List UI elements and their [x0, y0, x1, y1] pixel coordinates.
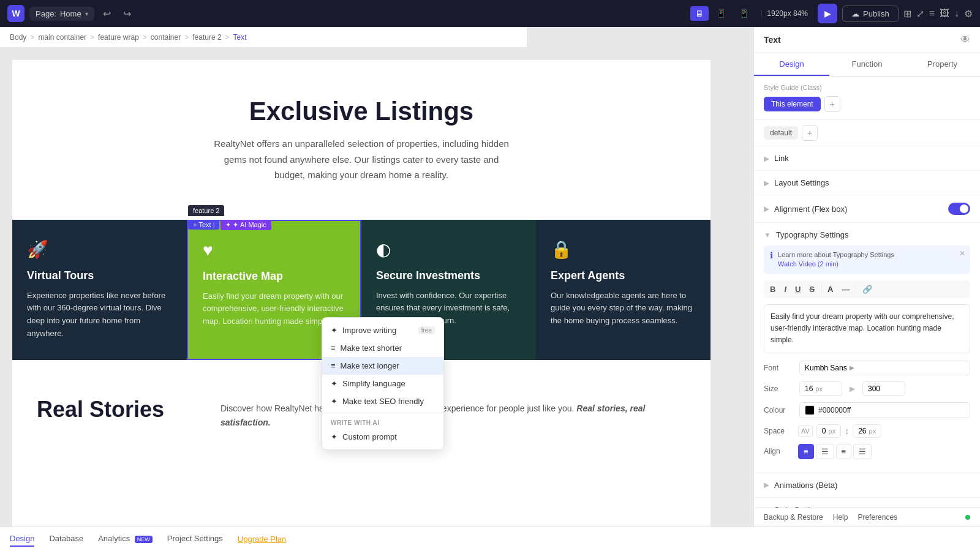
panel-body: Style Guide (Class) This element + defau…: [754, 77, 980, 508]
alignment-section[interactable]: ▶ Alignment (Flex box): [754, 195, 980, 223]
visibility-icon[interactable]: 👁: [960, 34, 970, 45]
settings-gear-icon[interactable]: ⚙: [964, 8, 973, 20]
watch-video-link[interactable]: Watch Video (2 min): [778, 260, 839, 268]
panel-footer: Backup & Restore Help Preferences: [754, 508, 980, 527]
space-vertical-input[interactable]: 26 px: [853, 424, 881, 438]
size-row: Size 16 px ▶ 300: [764, 381, 970, 396]
link-format-button[interactable]: 🔗: [859, 283, 876, 296]
link-label: Link: [774, 154, 970, 163]
format-separator1: [821, 284, 821, 294]
resolution-display: 1920px 84%: [761, 9, 813, 18]
publish-button[interactable]: ☁ Publish: [842, 6, 899, 22]
ai-dropdown: ✦ Improve writing free ≡ Make text short…: [322, 317, 444, 450]
simplify-language-item[interactable]: ✦ Simplify language: [322, 375, 443, 392]
text-color-button[interactable]: A: [824, 283, 837, 296]
breadcrumb-feature-wrap[interactable]: feature wrap: [98, 33, 139, 42]
feature-card-expert-agents[interactable]: 🔒 Expert Agents Our knowledgeable agents…: [536, 220, 710, 360]
size-value: 16: [805, 384, 813, 393]
breadcrumb-body[interactable]: Body: [10, 33, 26, 42]
seo-friendly-label: Make text SEO friendly: [342, 397, 424, 406]
grid-icon[interactable]: ⊞: [903, 8, 911, 20]
align-center-button[interactable]: ☰: [816, 444, 834, 459]
align-right-button[interactable]: ≡: [836, 444, 852, 459]
underline-button[interactable]: U: [791, 283, 804, 296]
publish-icon: ☁: [851, 9, 859, 18]
expand-icon[interactable]: ⤢: [916, 8, 924, 20]
breadcrumb-feature2[interactable]: feature 2: [192, 33, 221, 42]
space-row: Space AV 0 px ↕ 26 px: [764, 424, 970, 438]
make-longer-icon: ≡: [331, 361, 336, 370]
style-settings-section[interactable]: ▶ Style Settings: [754, 498, 980, 508]
canvas-content: Exclusive Listings RealtyNet offers an u…: [12, 60, 710, 527]
ai-magic-btn[interactable]: ✦ ✦ AI Magic: [221, 220, 271, 230]
tab-property[interactable]: Property: [905, 53, 980, 76]
virtual-tours-title: Virtual Tours: [27, 269, 172, 282]
align-justify-button[interactable]: ☰: [853, 444, 872, 459]
desktop-device-button[interactable]: 🖥: [690, 6, 709, 21]
help-link[interactable]: Help: [833, 513, 848, 522]
default-class-button[interactable]: default: [764, 126, 798, 140]
bottom-tab-database[interactable]: Database: [49, 531, 83, 547]
layers-icon[interactable]: ≡: [929, 8, 935, 19]
bold-button[interactable]: B: [766, 283, 779, 296]
layout-settings-section[interactable]: ▶ Layout Settings: [754, 171, 980, 195]
page-selector[interactable]: Page: Home ▾: [29, 7, 94, 21]
custom-prompt-item[interactable]: ✦ Custom prompt: [322, 428, 443, 446]
colour-picker[interactable]: #000000ff: [799, 402, 970, 418]
tab-function[interactable]: Function: [829, 53, 905, 76]
device-buttons: 🖥 📱 📱: [690, 6, 754, 21]
upgrade-plan-link[interactable]: Upgrade Plan: [238, 534, 287, 544]
space-horizontal-input[interactable]: 0 px: [816, 424, 841, 438]
add-class-button[interactable]: +: [824, 96, 840, 112]
link-section[interactable]: ▶ Link: [754, 146, 980, 171]
improve-writing-item[interactable]: ✦ Improve writing free: [322, 321, 443, 339]
tablet-device-button[interactable]: 📱: [711, 6, 731, 21]
align-left-button[interactable]: ≡: [798, 444, 814, 459]
animations-section[interactable]: ▶ Animations (Beta): [754, 473, 980, 498]
text-toolbar-btn[interactable]: + Text |: [188, 220, 219, 230]
make-seo-friendly-item[interactable]: ✦ Make text SEO friendly: [322, 392, 443, 410]
make-text-longer-item[interactable]: ≡ Make text longer: [322, 357, 443, 375]
breadcrumb-sep2: >: [90, 33, 94, 42]
backup-restore-link[interactable]: Backup & Restore: [764, 513, 823, 522]
real-stories-body: Discover how RealtyNet has transformed t…: [221, 397, 686, 431]
typography-header[interactable]: ▼ Typography Settings: [764, 230, 970, 239]
publish-label: Publish: [863, 9, 889, 18]
make-text-shorter-item[interactable]: ≡ Make text shorter: [322, 339, 443, 357]
weight-input[interactable]: 300: [862, 381, 905, 396]
breadcrumb-container[interactable]: container: [151, 33, 181, 42]
alignment-toggle[interactable]: [948, 203, 970, 215]
highlight-button[interactable]: —: [838, 283, 853, 296]
tab-design[interactable]: Design: [754, 53, 829, 76]
strikethrough-button[interactable]: S: [805, 283, 818, 296]
italic-button[interactable]: I: [780, 283, 790, 296]
breadcrumb-main-container[interactable]: main container: [38, 33, 86, 42]
align-row: Align ≡ ☰ ≡ ☰: [764, 444, 970, 459]
size-input[interactable]: 16 px: [799, 381, 842, 396]
colour-swatch: [805, 405, 815, 415]
preferences-link[interactable]: Preferences: [858, 513, 897, 522]
bottom-tab-project-settings[interactable]: Project Settings: [167, 531, 223, 547]
colour-label: Colour: [764, 406, 794, 414]
make-longer-label: Make text longer: [341, 361, 399, 370]
redo-button[interactable]: ↪: [119, 6, 135, 22]
undo-button[interactable]: ↩: [99, 6, 115, 22]
download-icon[interactable]: ↓: [954, 8, 959, 19]
feature-card-virtual-tours[interactable]: 🚀 Virtual Tours Experience properties li…: [12, 220, 187, 360]
text-content-box[interactable]: Easily find your dream property with our…: [764, 304, 970, 353]
add-default-class-button[interactable]: +: [802, 125, 818, 141]
mobile-device-button[interactable]: 📱: [734, 6, 754, 21]
preview-button[interactable]: ▶: [818, 4, 837, 23]
bottom-tab-analytics[interactable]: Analytics NEW: [98, 531, 153, 547]
typography-panel: ▼ Typography Settings ℹ Learn more about…: [754, 223, 980, 473]
this-element-button[interactable]: This element: [764, 97, 821, 111]
close-banner-button[interactable]: ✕: [959, 249, 965, 258]
font-selector[interactable]: Kumbh Sans ▶: [799, 361, 970, 375]
bottom-tab-design[interactable]: Design: [10, 531, 34, 547]
image-icon[interactable]: 🖼: [940, 8, 949, 19]
ai-star-icon: ✦: [225, 221, 231, 229]
page-label: Page:: [36, 9, 56, 18]
logo[interactable]: W: [7, 5, 24, 22]
real-stories-heading: Real Stories: [37, 397, 196, 431]
simplify-icon: ✦: [331, 379, 337, 388]
